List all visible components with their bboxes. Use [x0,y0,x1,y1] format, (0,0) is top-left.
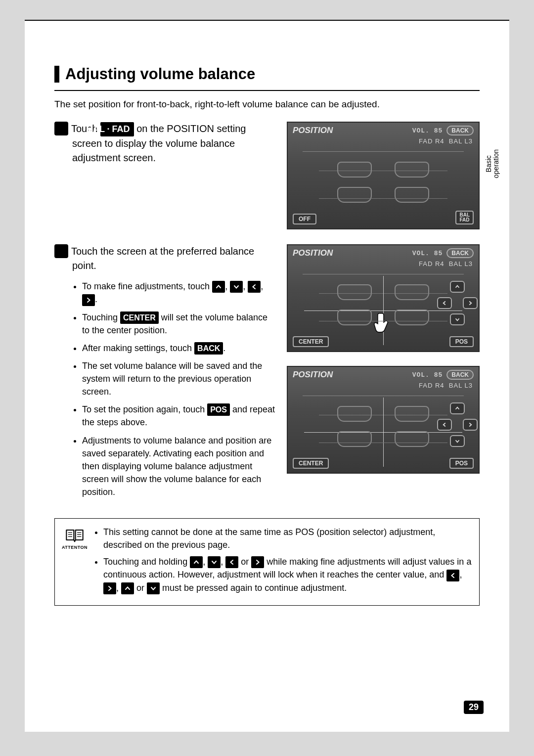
shot-title: POSITION [293,370,333,380]
center-pill: CENTER [120,311,159,324]
dpad-down[interactable] [450,313,465,325]
right-icon [251,556,264,568]
back-pill: BACK [194,342,223,355]
up-icon [121,582,134,594]
screenshot-1: POSITION VOL. 85 BACK FAD R4 BAL L3 OFF … [287,122,480,229]
shot-back-button[interactable]: BACK [446,126,474,135]
step-2-text: 2Touch the screen at the preferred balan… [54,244,276,503]
step-2-badge: 2 [54,244,68,258]
up-icon [190,556,203,568]
s2-lead: Touch the screen at the preferred balanc… [71,246,254,271]
left-icon [248,281,261,293]
tab-line1: Basic [485,155,492,172]
dpad-down[interactable] [450,435,465,447]
section-tab: Basic operation [485,149,500,178]
section-title-text: Adjusting volume balance [65,65,255,83]
pos-button[interactable]: POS [449,336,474,347]
left-icon [225,556,238,568]
dpad [440,402,475,447]
seat-front-right [395,162,429,178]
manual-page: Basic operation Adjusting volume balance… [25,20,509,732]
bal-fad-pill: BAL · FAD [100,122,134,136]
page-number: 29 [464,701,484,714]
pos-pill: POS [207,403,230,416]
shot-back-button[interactable]: BACK [446,248,474,258]
s2-bullet-3: After making settings, touch BACK. [82,342,276,355]
s2-bullet-4: The set volume balance will be saved and… [82,359,276,398]
attention-content: This setting cannot be done at the same … [94,526,472,598]
cabin-diagram[interactable] [303,151,464,218]
attention-note-1: This setting cannot be done at the same … [103,526,472,551]
s2-bullet-1: To make fine adjustments, touch , , , . [82,280,276,306]
screenshot-3: POSITION VOL. 85 BACK FAD R4 BAL L3 [287,366,480,474]
left-icon [446,570,459,581]
shot-title: POSITION [293,126,333,135]
fad-value: FAD R4 [419,137,445,145]
step-1-badge: 1 [54,122,68,135]
section-title: Adjusting volume balance [54,65,480,91]
dpad [440,281,475,325]
right-icon [103,582,116,594]
section-intro: The set position for front-to-back, righ… [54,99,480,110]
balfad-button[interactable]: BAL FAD [455,211,474,224]
dpad-up[interactable] [450,402,465,414]
cross-hair [383,432,384,433]
touch-finger-icon [373,311,393,337]
down-icon [208,556,221,568]
step-1-row: 1Touch BAL · FAD on the POSITION setting… [54,122,480,229]
seat-rear-left [337,187,372,203]
down-icon [147,582,160,594]
step-1-screenshots: POSITION VOL. 85 BACK FAD R4 BAL L3 OFF … [287,122,480,229]
attention-box: ATTENTON This setting cannot be done at … [54,518,480,606]
right-icon [82,294,95,306]
tab-line2: operation [492,149,500,178]
seat-front-left [337,162,372,178]
down-icon [230,281,243,293]
s2-bullet-2: Touching CENTER will set the volume bala… [82,311,276,337]
vol-value: 85 [434,127,443,134]
attention-icon: ATTENTON [55,526,94,551]
shot-back-button[interactable]: BACK [446,370,474,380]
attention-label: ATTENTON [62,544,88,551]
screenshot-2: POSITION VOL. 85 BACK FAD R4 BAL L3 [287,244,480,352]
dpad-left[interactable] [437,419,452,431]
dpad-right[interactable] [463,297,478,309]
shot-title: POSITION [293,248,333,258]
dpad-up[interactable] [450,281,465,293]
vol-label: VOL. [412,127,430,134]
dpad-right[interactable] [463,419,478,431]
center-button[interactable]: CENTER [293,458,329,469]
seat-rear-right [395,187,429,203]
pos-button[interactable]: POS [449,458,474,469]
step-1-text: 1Touch BAL · FAD on the POSITION setting… [54,122,276,229]
step-2-screenshots: POSITION VOL. 85 BACK FAD R4 BAL L3 [287,244,480,503]
attention-note-2: Touching and holding , , or while making… [103,555,472,594]
dpad-left[interactable] [437,297,452,309]
bal-value: BAL L3 [449,137,473,145]
up-icon [212,281,225,293]
center-button[interactable]: CENTER [293,336,329,347]
off-button[interactable]: OFF [293,214,316,224]
s2-bullet-6: Adjustments to volume balance and positi… [82,434,276,498]
s2-bullet-5: To set the position again, touch POS and… [82,403,276,429]
step-2-row: 2Touch the screen at the preferred balan… [54,244,480,503]
